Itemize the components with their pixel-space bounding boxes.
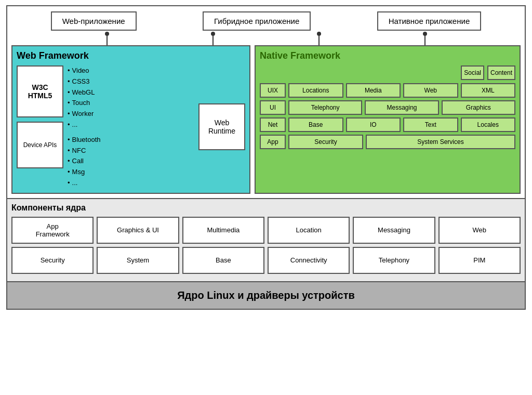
web-box: Web	[403, 83, 458, 98]
base-core-box: Base	[182, 247, 264, 274]
app-box: App	[260, 135, 286, 149]
text-box: Text	[403, 117, 458, 132]
base-box: Base	[288, 117, 343, 132]
web-runtime-box: WebRuntime	[198, 103, 245, 150]
uix-box: UIX	[260, 83, 286, 98]
web-framework-title: Web Framework	[17, 50, 245, 61]
graphics-ui-box: Graphics & UI	[97, 217, 179, 244]
location-box: Location	[268, 217, 350, 244]
net-box: Net	[260, 117, 286, 132]
hybrid-app-box: Гибридное приложение	[203, 11, 311, 31]
system-box: System	[97, 247, 179, 274]
graphics-box: Graphics	[442, 100, 515, 115]
security-core-box: Security	[11, 247, 94, 274]
locations-box: Locations	[288, 83, 343, 98]
messaging-core-box: Messaging	[353, 217, 435, 244]
locales-box: Locales	[461, 117, 516, 132]
security-native-box: Security	[288, 135, 363, 149]
main-container: Web-приложение Гибридное приложение Нати…	[6, 5, 526, 310]
device-apis-box: Device APIs	[17, 122, 63, 168]
telephony-core-box: Telephony	[353, 247, 435, 274]
io-box: IO	[346, 117, 401, 132]
native-framework: Native Framework Social Content UIX Loca…	[255, 45, 521, 194]
web-app-box: Web-приложение	[51, 11, 137, 31]
pim-box: PIM	[438, 247, 521, 274]
multimedia-box: Multimedia	[182, 217, 264, 244]
ui-box: UI	[260, 100, 286, 115]
framework-row: Web Framework W3CHTML5 Device APIs Video…	[7, 45, 525, 198]
app-types-row: Web-приложение Гибридное приложение Нати…	[7, 6, 525, 31]
system-services-box: System Services	[366, 135, 515, 149]
native-app-box: Нативное приложение	[377, 11, 482, 31]
content-box: Content	[487, 65, 515, 80]
native-framework-title: Native Framework	[260, 50, 515, 61]
core-section: Компоненты ядра AppFramework Graphics & …	[7, 198, 525, 281]
web-framework: Web Framework W3CHTML5 Device APIs Video…	[11, 45, 250, 194]
native-top-row: Social Content	[260, 65, 515, 80]
connectivity-box: Connectivity	[268, 247, 350, 274]
linux-bar: Ядро Linux и драйверы устройств	[7, 281, 525, 309]
web-core-box: Web	[438, 217, 521, 244]
device-features: Bluetooth NFC Call Msg ...	[68, 135, 194, 189]
xml-box: XML	[461, 83, 516, 98]
telephony-box: Telephony	[288, 100, 362, 115]
core-row2: Security System Base Connectivity Teleph…	[11, 247, 521, 274]
w3c-features: Video CSS3 WebGL Touch Worker ...	[68, 65, 194, 130]
messaging-box: Messaging	[365, 100, 438, 115]
core-title: Компоненты ядра	[11, 203, 521, 213]
social-box: Social	[461, 65, 484, 80]
media-box: Media	[346, 83, 401, 98]
core-row1: AppFramework Graphics & UI Multimedia Lo…	[11, 217, 521, 244]
app-framework-box: AppFramework	[11, 217, 94, 244]
w3c-box: W3CHTML5	[17, 65, 63, 117]
